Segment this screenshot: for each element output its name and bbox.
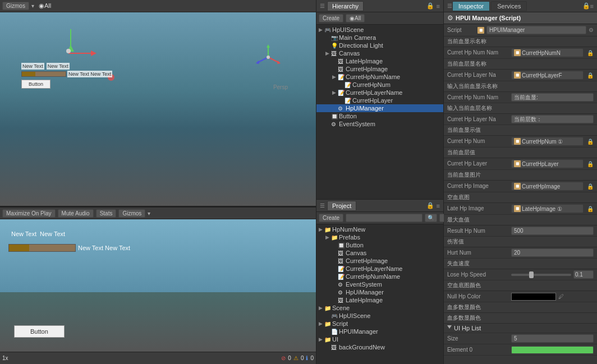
project-tree-item[interactable]: 🖼LateHpImage: [316, 296, 443, 304]
tree-item[interactable]: 💡Directional Light: [316, 42, 443, 49]
tree-icon: 📷: [331, 35, 339, 41]
project-menu-icon[interactable]: ≡: [437, 202, 440, 209]
tree-item[interactable]: 📝CurretHpNum: [316, 81, 443, 89]
tree-item[interactable]: ⚙HpUiManager: [316, 104, 443, 112]
stats-button[interactable]: Stats: [96, 209, 117, 218]
slider-track[interactable]: [511, 274, 571, 276]
project-tree[interactable]: ▶📁HpNumNew▶📁Prefabs 🔲Button 🖼Canvas 🖼Cur…: [316, 224, 443, 364]
tree-item[interactable]: ▶📝CurretHpLayerName: [316, 89, 443, 96]
field-objref[interactable]: ◼ CurretHpLayer: [511, 159, 584, 168]
game-hp-bar: [8, 244, 76, 252]
project-tree-item[interactable]: 🖼CurretHpImage: [316, 257, 443, 265]
project-tree-item[interactable]: ▶📁Scene: [316, 304, 443, 312]
project-tree-item[interactable]: ⚙HpUiManager: [316, 288, 443, 296]
field-lock-icon[interactable]: 🔒: [587, 50, 594, 56]
field-input[interactable]: [511, 115, 594, 123]
scene-toolbar: Gizmos ▾ ◉All: [0, 0, 316, 12]
hierarchy-tab[interactable]: Hierarchy: [327, 1, 364, 11]
field-lock-icon[interactable]: 🔒: [587, 139, 594, 145]
inspector-tab[interactable]: Inspector: [452, 1, 490, 11]
project-tree-item[interactable]: 🔲Button: [316, 241, 443, 249]
project-tree-item[interactable]: ⚙EventSystem: [316, 280, 443, 288]
project-tree-item[interactable]: 🖼Canvas: [316, 249, 443, 257]
tree-item[interactable]: 📷Main Camera: [316, 34, 443, 42]
scene-content: New Text New Text New Text New Text Butt…: [0, 12, 316, 206]
field-lock-icon[interactable]: 🔒: [587, 72, 594, 79]
hierarchy-tree[interactable]: ▶🎮HpUIScene 📷Main Camera 💡Directional Li…: [316, 25, 443, 199]
field-lock-icon[interactable]: 🔒: [587, 206, 594, 212]
tree-label: LateHpImage: [346, 58, 383, 64]
tree-item[interactable]: 🖼CurretHpImage: [316, 65, 443, 73]
hierarchy-all-button[interactable]: ◉All: [346, 14, 365, 22]
project-tab[interactable]: Project: [327, 201, 356, 211]
field-objref[interactable]: ◼ CurretHpNum ①: [511, 137, 584, 146]
maximize-on-play-button[interactable]: Maximize On Play: [2, 209, 56, 218]
inspector-section-label: 血多数显颜色: [444, 302, 597, 313]
script-settings-icon[interactable]: ⚙: [589, 27, 594, 33]
project-search-input[interactable]: [346, 214, 423, 222]
tree-icon: ⚙: [338, 289, 346, 296]
tree-item[interactable]: 🖼LateHpImage: [316, 57, 443, 65]
field-number[interactable]: [511, 248, 594, 257]
tree-item[interactable]: 📝CurretHpLayer: [316, 96, 443, 104]
tree-arrow: ▶: [319, 337, 324, 342]
tree-icon: 📁: [324, 227, 332, 233]
field-number[interactable]: [511, 227, 594, 235]
gizmos-dropdown-icon[interactable]: ▾: [31, 3, 34, 9]
size-input[interactable]: [511, 334, 594, 343]
project-tree-item[interactable]: 🎮HpUIScene: [316, 312, 443, 320]
gizmos-game-dropdown-icon[interactable]: ▾: [148, 210, 150, 216]
inspector-field: Curret Hp Layer ◼ CurretHpLayer 🔒: [444, 158, 597, 170]
color-swatch[interactable]: [511, 293, 556, 301]
project-tree-item[interactable]: 📄HPUIManager: [316, 328, 443, 335]
project-tree-item[interactable]: 🖼backGroundNew: [316, 343, 443, 351]
field-objref[interactable]: ◼ LateHpImage ①: [511, 204, 584, 213]
services-tab[interactable]: Services: [491, 1, 527, 11]
tree-icon: 💡: [331, 43, 339, 49]
field-objref[interactable]: ◼ CurretHpNumN: [511, 48, 584, 57]
project-create-button[interactable]: Create: [319, 214, 343, 222]
field-label: Curret Hp Num Nam: [447, 94, 509, 101]
field-lock-icon[interactable]: 🔒: [587, 183, 594, 190]
inspector-field: Hurt Num: [444, 247, 597, 259]
tree-arrow: ▶: [325, 50, 331, 56]
project-tree-item[interactable]: ▶📁Prefabs: [316, 233, 443, 241]
project-lock-icon[interactable]: 🔒: [426, 202, 434, 209]
project-tree-item[interactable]: 📝CurretHpLayerName: [316, 265, 443, 273]
color-eyedropper-icon[interactable]: 🖊: [558, 293, 564, 300]
tree-item[interactable]: ⚙EventSystem: [316, 120, 443, 128]
inspector-menu-icon[interactable]: ≡: [590, 3, 594, 10]
game-button-preview[interactable]: Button: [14, 325, 65, 338]
gizmos-button[interactable]: Gizmos: [2, 2, 29, 10]
tree-item[interactable]: ▶📝CurretHpNumName: [316, 73, 443, 81]
gizmos-game-button[interactable]: Gizmos: [118, 209, 145, 218]
tree-label: Prefabs: [339, 234, 360, 241]
tree-icon: 📄: [331, 329, 339, 335]
tree-item[interactable]: 🔲Button: [316, 112, 443, 120]
hierarchy-lock-icon[interactable]: 🔒: [426, 2, 434, 10]
field-objref[interactable]: ◼ CurretHpLayerF: [511, 71, 584, 80]
project-search-button[interactable]: 🔍: [425, 214, 437, 222]
project-tree-item[interactable]: 📝CurretHpNumName: [316, 273, 443, 280]
field-objref[interactable]: ◼ CurretHpImage: [511, 182, 584, 191]
scene-all-label[interactable]: ◉All: [39, 2, 51, 10]
inspector-header: ☰ Inspector Services 🔒 ≡: [444, 0, 597, 12]
slider-value-input[interactable]: [573, 270, 594, 279]
axis-widget: [254, 43, 282, 72]
element0-color-bar[interactable]: [511, 346, 594, 354]
mute-audio-button[interactable]: Mute Audio: [58, 209, 94, 218]
tree-label: HpUiManager: [346, 105, 384, 112]
field-lock-icon[interactable]: 🔒: [587, 161, 594, 167]
project-tree-item[interactable]: ▶📁Script: [316, 320, 443, 328]
hierarchy-create-button[interactable]: Create: [319, 14, 343, 22]
ui-hp-list-header[interactable]: UI Hp List: [444, 324, 597, 333]
tree-item[interactable]: ▶🎮HpUIScene: [316, 26, 443, 34]
tree-icon: 🖼: [338, 66, 346, 72]
project-tree-item[interactable]: ▶📁HpNumNew: [316, 225, 443, 233]
slider-thumb[interactable]: [529, 271, 534, 278]
project-tree-item[interactable]: ▶📁UI: [316, 335, 443, 343]
inspector-lock-icon[interactable]: 🔒: [582, 2, 590, 10]
hierarchy-menu-icon[interactable]: ≡: [437, 3, 440, 10]
field-input[interactable]: [511, 93, 594, 102]
tree-item[interactable]: ▶🖼Canvas: [316, 49, 443, 57]
